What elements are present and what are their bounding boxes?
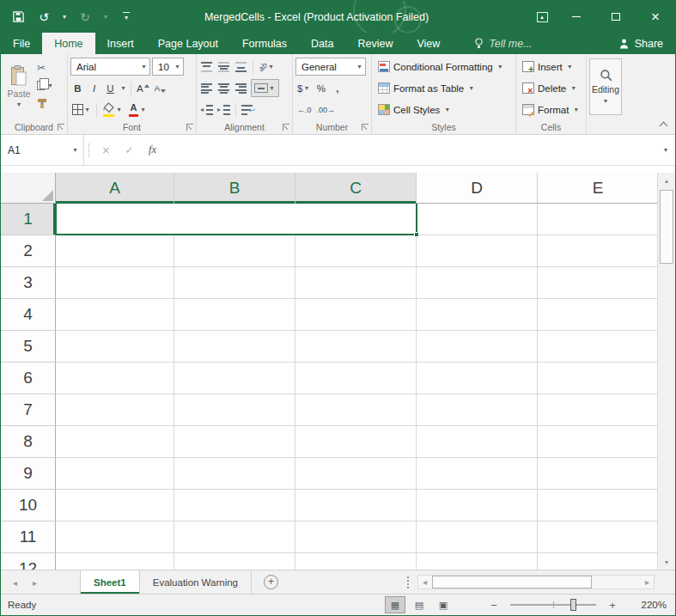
align-center-button[interactable] <box>216 80 232 96</box>
selected-merged-cell[interactable] <box>55 204 417 235</box>
chevron-down-icon[interactable] <box>71 146 79 154</box>
bottom-align-button[interactable] <box>234 58 249 75</box>
cancel-button[interactable] <box>94 135 118 165</box>
scroll-left-button[interactable] <box>418 576 431 589</box>
cell[interactable] <box>538 363 659 394</box>
italic-button[interactable]: I <box>87 80 101 96</box>
sheet-tab-sheet1[interactable]: Sheet1 <box>80 570 140 594</box>
cell[interactable] <box>295 235 417 267</box>
cell[interactable] <box>56 363 174 394</box>
horizontal-scroll-thumb[interactable] <box>432 576 592 589</box>
insert-function-button[interactable]: fx <box>141 135 164 165</box>
zoom-out-button[interactable] <box>486 597 502 613</box>
cell[interactable] <box>417 267 538 299</box>
fill-handle[interactable] <box>414 232 419 237</box>
cell[interactable] <box>417 521 538 553</box>
cell[interactable] <box>538 458 659 490</box>
row-header[interactable]: 5 <box>1 331 56 363</box>
font-color-button[interactable]: A <box>126 101 149 118</box>
vertical-scrollbar[interactable] <box>657 173 675 570</box>
percent-style-button[interactable]: % <box>314 80 328 96</box>
cell[interactable] <box>417 331 538 363</box>
normal-view-button[interactable] <box>385 596 405 613</box>
tell-me-box[interactable]: Tell me... <box>474 33 532 54</box>
cell[interactable] <box>174 331 295 363</box>
cut-button[interactable] <box>37 59 56 75</box>
column-header-c[interactable]: C <box>295 173 417 204</box>
cell[interactable] <box>295 331 417 363</box>
cell[interactable] <box>295 394 417 426</box>
cell[interactable] <box>417 458 538 490</box>
next-sheet-button[interactable] <box>33 577 37 588</box>
cell[interactable] <box>417 426 538 458</box>
insert-cells-button[interactable]: Insert <box>519 57 583 76</box>
cell[interactable] <box>295 363 417 394</box>
align-right-button[interactable] <box>234 80 249 96</box>
cell[interactable] <box>295 267 417 299</box>
accounting-format-button[interactable]: $ <box>295 80 312 96</box>
cell[interactable] <box>174 394 295 426</box>
vertical-scroll-thumb[interactable] <box>660 190 673 264</box>
format-as-table-button[interactable]: Format as Table <box>375 78 513 98</box>
comma-style-button[interactable]: , <box>330 80 344 96</box>
cell[interactable] <box>174 235 295 267</box>
clipboard-dialog-launcher[interactable] <box>58 124 64 131</box>
scroll-right-button[interactable] <box>641 576 654 589</box>
cell[interactable] <box>174 299 295 331</box>
tab-view[interactable]: View <box>405 33 452 54</box>
name-box[interactable]: A1 <box>1 135 84 165</box>
row-header[interactable]: 7 <box>1 394 56 426</box>
zoom-slider[interactable] <box>510 604 596 606</box>
wrap-text-button[interactable] <box>240 101 255 118</box>
format-painter-button[interactable] <box>37 95 56 111</box>
cell[interactable] <box>538 521 659 553</box>
decrease-font-size-button[interactable]: A <box>153 80 167 96</box>
copy-button[interactable] <box>37 77 56 93</box>
tab-home[interactable]: Home <box>42 33 94 54</box>
undo-button[interactable] <box>35 7 52 27</box>
font-size-select[interactable]: 10 <box>152 58 184 76</box>
scroll-up-button[interactable] <box>658 173 675 188</box>
align-left-button[interactable] <box>199 80 215 96</box>
number-format-select[interactable]: General <box>295 58 366 76</box>
underline-dropdown-icon[interactable] <box>119 84 127 92</box>
undo-dropdown-icon[interactable] <box>61 13 68 21</box>
tab-split-handle[interactable] <box>407 576 412 589</box>
cell[interactable] <box>417 235 538 267</box>
font-name-select[interactable]: Arial <box>70 58 150 76</box>
tab-file[interactable]: File <box>1 33 42 54</box>
previous-sheet-button[interactable] <box>13 577 17 588</box>
format-cells-button[interactable]: Format <box>519 100 583 119</box>
cell[interactable] <box>538 204 659 235</box>
cell[interactable] <box>538 426 659 458</box>
number-dialog-launcher[interactable] <box>362 124 368 131</box>
tab-insert[interactable]: Insert <box>95 33 146 54</box>
cell[interactable] <box>417 553 538 570</box>
formula-input[interactable] <box>164 135 656 165</box>
cell[interactable] <box>174 553 295 570</box>
cell[interactable] <box>295 426 417 458</box>
close-button[interactable] <box>636 1 675 33</box>
row-header[interactable]: 2 <box>1 235 56 267</box>
row-header[interactable]: 9 <box>1 458 56 490</box>
cell[interactable] <box>56 267 174 299</box>
sheet-tab-evaluation-warning[interactable]: Evaluation Warning <box>140 570 252 594</box>
cell[interactable] <box>174 267 295 299</box>
new-sheet-button[interactable] <box>264 575 278 589</box>
alignment-dialog-launcher[interactable] <box>283 124 289 131</box>
cell[interactable] <box>417 299 538 331</box>
middle-align-button[interactable] <box>216 58 232 75</box>
increase-indent-button[interactable] <box>216 101 232 118</box>
cell[interactable] <box>538 490 659 521</box>
cell[interactable] <box>417 363 538 394</box>
maximize-button[interactable] <box>596 1 636 33</box>
expand-formula-bar-button[interactable] <box>656 135 675 165</box>
column-header-d[interactable]: D <box>417 173 538 204</box>
zoom-level[interactable]: 220% <box>636 600 667 610</box>
cell[interactable] <box>56 426 174 458</box>
conditional-formatting-button[interactable]: Conditional Formatting <box>375 57 513 76</box>
enter-button[interactable] <box>118 135 141 165</box>
row-header[interactable]: 4 <box>1 299 56 331</box>
top-align-button[interactable] <box>199 58 215 75</box>
decrease-indent-button[interactable] <box>199 101 215 118</box>
